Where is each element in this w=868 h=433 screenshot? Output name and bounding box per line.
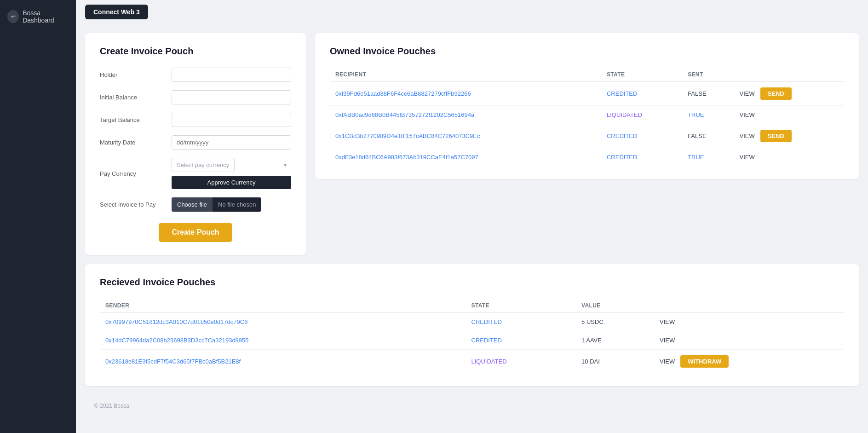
file-input-wrapper: Choose file No file chosen xyxy=(172,197,261,212)
received-pouches-header-row: SENDER STATE VALUE xyxy=(100,299,844,313)
create-invoice-pouch-card: Create Invoice Pouch Holder Initial Bala… xyxy=(85,33,306,255)
received-value-header: VALUE xyxy=(576,299,654,313)
footer-text: © 2021 Bossa xyxy=(94,403,129,409)
withdraw-button[interactable]: WITHDRAW xyxy=(680,355,729,368)
owned-actions-cell: VIEW xyxy=(734,106,844,124)
maturity-date-row: Maturity Date xyxy=(100,135,291,150)
owned-state-header: STATE xyxy=(601,68,682,82)
owned-state-cell: LIQUIDATED xyxy=(601,106,682,124)
sidebar: ↩ Bossa Dashboard xyxy=(0,0,76,433)
owned-pouches-table-wrap: RECIPIENT STATE SENT 0xf39Fd6e51aad88F6F… xyxy=(330,68,844,166)
received-invoice-pouches-card: Recieved Invoice Pouches SENDER STATE VA… xyxy=(85,264,859,386)
received-state-cell: CREDITED xyxy=(466,331,576,350)
create-pouch-title: Create Invoice Pouch xyxy=(100,46,291,57)
received-sender-cell: 0x70997970C51812dc3A010C7d01b50e0d17dc79… xyxy=(100,313,466,331)
owned-sent-header: SENT xyxy=(682,68,734,82)
owned-pouches-table: RECIPIENT STATE SENT 0xf39Fd6e51aad88F6F… xyxy=(330,68,844,166)
owned-view-link[interactable]: VIEW xyxy=(740,111,755,118)
owned-recipient-header: RECIPIENT xyxy=(330,68,601,82)
top-row: Create Invoice Pouch Holder Initial Bala… xyxy=(85,33,859,255)
received-sender-cell: 0x23618e81E3f5cdF7f54C3d65f7FBc0aBf5B21E… xyxy=(100,350,466,374)
owned-pouches-thead: RECIPIENT STATE SENT xyxy=(330,68,844,82)
main-content: Create Invoice Pouch Holder Initial Bala… xyxy=(76,24,868,433)
owned-sent-cell: TRUE xyxy=(682,106,734,124)
received-view-link[interactable]: VIEW xyxy=(660,318,675,325)
pay-currency-controls: Select pay currency Approve Currency xyxy=(172,158,291,189)
target-balance-row: Target Balance xyxy=(100,113,291,127)
received-actions-header xyxy=(654,299,844,313)
received-view-link[interactable]: VIEW xyxy=(660,358,675,365)
received-pouches-tbody: 0x70997970C51812dc3A010C7d01b50e0d17dc79… xyxy=(100,313,844,374)
initial-balance-label: Initial Balance xyxy=(100,94,164,101)
holder-label: Holder xyxy=(100,71,164,78)
table-row: 0xfABB0ac9d68B0B445fB7357272f1202C565169… xyxy=(330,106,844,124)
choose-file-button[interactable]: Choose file xyxy=(172,197,213,212)
sidebar-brand-label: Bossa Dashboard xyxy=(23,9,69,24)
sidebar-brand: ↩ Bossa Dashboard xyxy=(0,6,76,28)
pay-currency-select[interactable]: Select pay currency xyxy=(172,158,235,172)
owned-sent-cell: FALSE xyxy=(682,82,734,106)
owned-recipient-cell: 0xf39Fd6e51aad88F6F4ce6aB8827279cffFb922… xyxy=(330,82,601,106)
owned-pouches-title: Owned Invoice Pouches xyxy=(330,46,844,57)
footer: © 2021 Bossa xyxy=(85,395,859,416)
received-value-cell: 5 USDC xyxy=(576,313,654,331)
owned-recipient-cell: 0x1CBd3b2770909D4e10f157cABC84C7264073C9… xyxy=(330,124,601,148)
owned-state-cell: CREDITED xyxy=(601,148,682,167)
owned-sent-cell: FALSE xyxy=(682,124,734,148)
owned-view-link[interactable]: VIEW xyxy=(740,154,755,161)
approve-currency-button[interactable]: Approve Currency xyxy=(172,176,291,189)
owned-recipient-cell: 0xdF3e18d64BC6A983f673Ab319CCaE4f1a57C70… xyxy=(330,148,601,167)
table-row: 0xdF3e18d64BC6A983f673Ab319CCaE4f1a57C70… xyxy=(330,148,844,167)
received-view-link[interactable]: VIEW xyxy=(660,337,675,344)
received-pouches-table: SENDER STATE VALUE 0x70997970C51812dc3A0… xyxy=(100,299,844,373)
table-row: 0x70997970C51812dc3A010C7d01b50e0d17dc79… xyxy=(100,313,844,331)
owned-state-cell: CREDITED xyxy=(601,82,682,106)
pay-currency-row: Pay Currency Select pay currency Approve… xyxy=(100,158,291,189)
pay-currency-label: Pay Currency xyxy=(100,170,164,177)
received-sender-header: SENDER xyxy=(100,299,466,313)
initial-balance-input[interactable] xyxy=(172,90,291,104)
target-balance-label: Target Balance xyxy=(100,116,164,123)
create-pouch-button[interactable]: Create Pouch xyxy=(159,223,232,242)
owned-pouches-header-row: RECIPIENT STATE SENT xyxy=(330,68,844,82)
received-pouches-thead: SENDER STATE VALUE xyxy=(100,299,844,313)
owned-pouches-tbody: 0xf39Fd6e51aad88F6F4ce6aB8827279cffFb922… xyxy=(330,82,844,167)
send-button[interactable]: SEND xyxy=(760,87,792,100)
initial-balance-row: Initial Balance xyxy=(100,90,291,104)
received-pouches-title: Recieved Invoice Pouches xyxy=(100,277,844,288)
owned-invoice-pouches-card: Owned Invoice Pouches RECIPIENT STATE SE… xyxy=(315,33,859,179)
received-state-cell: LIQUIDATED xyxy=(466,350,576,374)
table-row: 0x1CBd3b2770909D4e10f157cABC84C7264073C9… xyxy=(330,124,844,148)
received-value-cell: 10 DAI xyxy=(576,350,654,374)
maturity-date-label: Maturity Date xyxy=(100,139,164,146)
holder-input[interactable] xyxy=(172,68,291,82)
owned-actions-cell: VIEW xyxy=(734,148,844,167)
owned-actions-cell: VIEW SEND xyxy=(734,124,844,148)
received-state-cell: CREDITED xyxy=(466,313,576,331)
owned-view-link[interactable]: VIEW xyxy=(740,90,755,97)
send-button[interactable]: SEND xyxy=(760,130,792,142)
connect-web3-button[interactable]: Connect Web 3 xyxy=(85,5,148,19)
received-actions-cell: VIEW WITHDRAW xyxy=(654,350,844,374)
owned-view-link[interactable]: VIEW xyxy=(740,133,755,139)
received-pouches-table-wrap: SENDER STATE VALUE 0x70997970C51812dc3A0… xyxy=(100,299,844,373)
owned-actions-cell: VIEW SEND xyxy=(734,82,844,106)
table-row: 0xf39Fd6e51aad88F6F4ce6aB8827279cffFb922… xyxy=(330,82,844,106)
target-balance-input[interactable] xyxy=(172,113,291,127)
maturity-date-input[interactable] xyxy=(172,135,291,150)
no-file-chosen-text: No file chosen xyxy=(213,201,261,208)
owned-actions-header xyxy=(734,68,844,82)
received-sender-cell: 0x14dC79964da2C08b23698B3D3cc7Ca32193d99… xyxy=(100,331,466,350)
invoice-file-row: Select Invoice to Pay Choose file No fil… xyxy=(100,197,291,212)
table-row: 0x14dC79964da2C08b23698B3D3cc7Ca32193d99… xyxy=(100,331,844,350)
holder-row: Holder xyxy=(100,68,291,82)
received-state-header: STATE xyxy=(466,299,576,313)
received-value-cell: 1 AAVE xyxy=(576,331,654,350)
pay-currency-select-wrapper: Select pay currency xyxy=(172,158,291,172)
brand-icon: ↩ xyxy=(7,10,19,23)
owned-sent-cell: TRUE xyxy=(682,148,734,167)
owned-recipient-cell: 0xfABB0ac9d68B0B445fB7357272f1202C565169… xyxy=(330,106,601,124)
invoice-file-label: Select Invoice to Pay xyxy=(100,201,164,208)
received-actions-cell: VIEW xyxy=(654,331,844,350)
topbar: Connect Web 3 xyxy=(76,0,868,24)
